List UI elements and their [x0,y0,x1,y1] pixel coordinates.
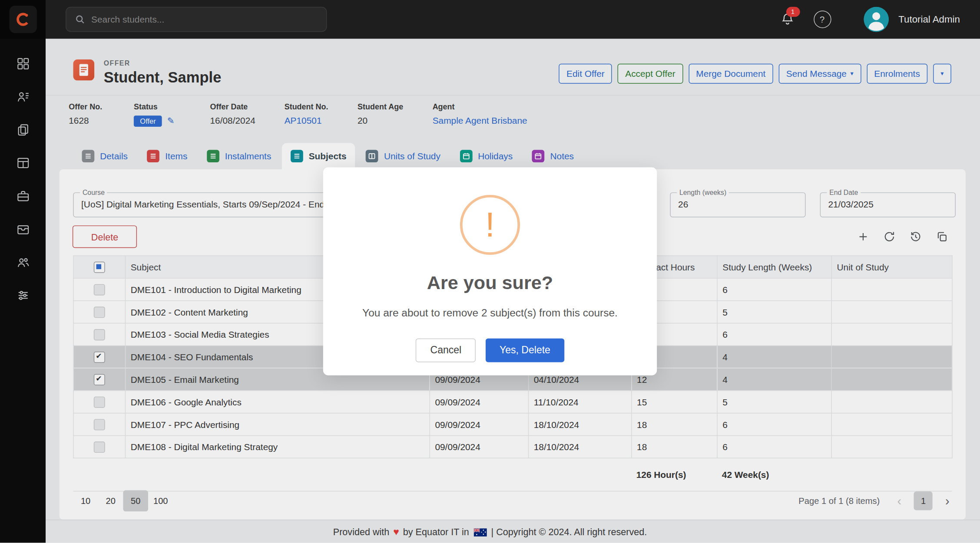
warning-icon: ! [460,195,520,255]
cancel-button[interactable]: Cancel [416,339,476,362]
dialog-title: Are you sure? [323,272,657,293]
dialog-message: You are about to remove 2 subject(s) fro… [323,307,657,320]
confirm-dialog: ! Are you sure? You are about to remove … [323,168,657,375]
confirm-delete-button[interactable]: Yes, Delete [486,339,564,362]
exclamation-icon: ! [485,207,495,243]
dialog-actions: Cancel Yes, Delete [323,339,657,362]
application-window: 1 ? Tutorial Admin OFFER Student, Sample… [0,0,980,543]
